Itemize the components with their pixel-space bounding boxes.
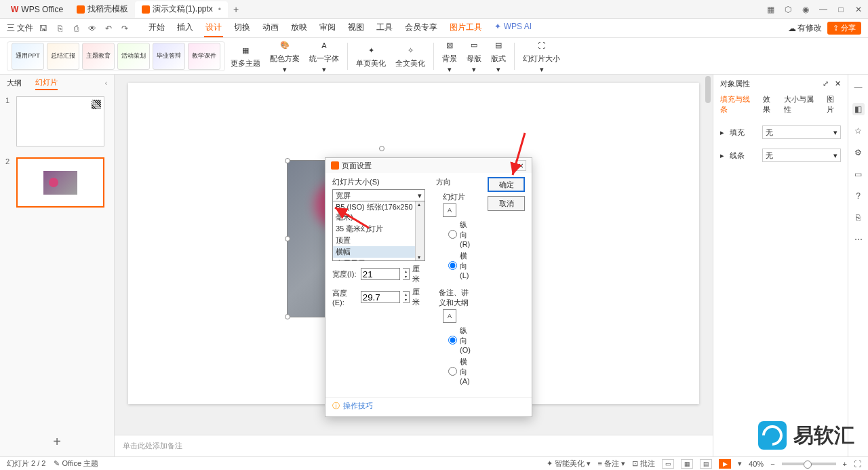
- listbox-scrollbar[interactable]: [415, 201, 425, 260]
- close-panel-icon[interactable]: ✕: [835, 79, 841, 87]
- zoom-out-icon[interactable]: −: [770, 460, 774, 468]
- portrait2-radio[interactable]: 纵向(O): [448, 326, 474, 354]
- width-spinner[interactable]: ▴▾: [403, 268, 410, 280]
- tab-template[interactable]: 找稻壳模板: [70, 1, 135, 18]
- template-general[interactable]: 通用PPT: [12, 43, 44, 70]
- export-icon[interactable]: ⎘: [54, 22, 66, 35]
- scrollbar-thumb[interactable]: [705, 76, 711, 103]
- add-tab-button[interactable]: +: [228, 4, 244, 15]
- print-icon[interactable]: ⎙: [70, 22, 82, 35]
- tab-design[interactable]: 设计: [204, 19, 223, 37]
- slide-size-listbox[interactable]: B5 (ISO) 纸张(176x250 毫米) 35 毫米幻灯片 顶置 横幅 全…: [332, 201, 425, 261]
- dock-star-icon[interactable]: ☆: [852, 125, 865, 137]
- window-maximize-icon[interactable]: □: [835, 4, 846, 15]
- cancel-button[interactable]: 取消: [488, 196, 525, 211]
- tab-slideshow[interactable]: 放映: [290, 19, 309, 37]
- ok-button[interactable]: 确定: [488, 177, 525, 192]
- background-button[interactable]: ▧背景 ▾: [438, 37, 461, 75]
- dock-presentation-icon[interactable]: ▭: [852, 168, 865, 180]
- expand-icon[interactable]: ▸: [720, 128, 724, 137]
- tab-animation[interactable]: 动画: [261, 19, 280, 37]
- template-summary[interactable]: 总结汇报: [47, 43, 79, 70]
- zoom-slider[interactable]: [782, 463, 836, 465]
- master-button[interactable]: ▭母版 ▾: [462, 37, 486, 75]
- fit-icon[interactable]: ⛶: [854, 460, 861, 468]
- modified-indicator[interactable]: ☁ 有修改: [788, 22, 822, 34]
- dock-link-icon[interactable]: ⚙: [852, 146, 865, 159]
- tab-start[interactable]: 开始: [147, 19, 166, 37]
- effects-tab[interactable]: 效果: [763, 93, 777, 116]
- share-button[interactable]: ⇪ 分享: [827, 22, 861, 35]
- collapse-icon[interactable]: ‹: [104, 79, 107, 87]
- size-props-tab[interactable]: 大小与属性: [784, 93, 820, 116]
- template-teaching[interactable]: 教学课件: [188, 43, 220, 70]
- color-scheme-button[interactable]: 🎨配色方案 ▾: [266, 37, 304, 75]
- slide-thumbnail-1[interactable]: 1: [0, 91, 114, 152]
- slide-thumbnail-2[interactable]: 2: [0, 152, 114, 213]
- doc-beautify-button[interactable]: ✧全文美化: [391, 42, 429, 70]
- landscape2-radio[interactable]: 横向(A): [448, 357, 474, 385]
- view-normal-icon[interactable]: ▭: [662, 459, 674, 469]
- list-item[interactable]: B5 (ISO) 纸张(176x250 毫米): [333, 201, 425, 223]
- picture-tab[interactable]: 图片: [827, 93, 841, 116]
- rotate-handle[interactable]: [379, 146, 384, 151]
- resize-handle-nw[interactable]: [285, 158, 290, 163]
- smart-beautify-button[interactable]: ✦ 智能美化 ▾: [547, 458, 591, 469]
- view-reading-icon[interactable]: ▤: [700, 459, 712, 469]
- line-select[interactable]: 无▾: [762, 149, 841, 162]
- tab-insert[interactable]: 插入: [176, 19, 195, 37]
- list-item[interactable]: 全屏显示(16:9): [333, 258, 425, 261]
- zoom-in-icon[interactable]: +: [843, 460, 847, 468]
- chevron-down-icon[interactable]: ▾: [738, 459, 742, 468]
- print-preview-icon[interactable]: 👁: [86, 22, 98, 35]
- tab-transition[interactable]: 切换: [233, 19, 252, 37]
- template-graduation[interactable]: 毕业答辩: [153, 43, 185, 70]
- vertical-scrollbar[interactable]: [705, 76, 711, 405]
- landscape-radio[interactable]: 横向(L): [448, 251, 474, 279]
- width-input[interactable]: [361, 268, 400, 280]
- globe-icon[interactable]: ◉: [800, 4, 811, 15]
- dock-more-icon[interactable]: ⋯: [852, 233, 865, 246]
- theme-indicator[interactable]: ✎ Office 主题: [54, 458, 98, 469]
- dock-properties-icon[interactable]: ◧: [852, 103, 865, 115]
- close-tab-icon[interactable]: •: [218, 5, 221, 14]
- view-slideshow-icon[interactable]: ▶: [719, 459, 731, 469]
- dialog-titlebar[interactable]: 页面设置 ✕: [326, 158, 532, 173]
- window-minimize-icon[interactable]: —: [818, 4, 829, 15]
- dock-bookmark-icon[interactable]: ⎘: [852, 212, 865, 224]
- app-tab[interactable]: W WPS Office: [4, 1, 70, 18]
- list-item-selected[interactable]: 横幅: [333, 246, 425, 258]
- undo-icon[interactable]: ↶: [102, 22, 115, 35]
- list-item[interactable]: 35 毫米幻灯片: [333, 223, 425, 235]
- notes-toggle[interactable]: ≡ 备注 ▾: [597, 458, 625, 469]
- height-input[interactable]: [361, 291, 400, 303]
- tab-member[interactable]: 会员专享: [403, 19, 439, 37]
- list-item[interactable]: 顶置: [333, 235, 425, 246]
- pin-icon[interactable]: ⤢: [823, 79, 829, 87]
- dock-minus-icon[interactable]: —: [852, 81, 865, 94]
- page-beautify-button[interactable]: ✦单页美化: [352, 42, 390, 70]
- tab-view[interactable]: 视图: [347, 19, 366, 37]
- tab-presentation[interactable]: 演示文稿(1).pptx •: [135, 1, 228, 18]
- tab-review[interactable]: 审阅: [318, 19, 337, 37]
- outline-tab[interactable]: 大纲: [7, 77, 22, 90]
- grid-icon[interactable]: ▦: [765, 4, 776, 15]
- file-menu[interactable]: 三 文件: [7, 22, 33, 34]
- slides-tab[interactable]: 幻灯片: [35, 76, 58, 90]
- portrait-radio[interactable]: 纵向(R): [448, 220, 474, 248]
- fill-select[interactable]: 无▾: [762, 125, 841, 139]
- dock-help-icon[interactable]: ?: [852, 190, 865, 202]
- tab-picture-tools[interactable]: 图片工具: [448, 19, 484, 37]
- layout-button[interactable]: ▤版式 ▾: [487, 37, 510, 75]
- add-slide-button[interactable]: +: [0, 427, 114, 456]
- more-themes-button[interactable]: ▦更多主题: [226, 42, 264, 70]
- template-theme[interactable]: 主题教育: [82, 43, 115, 70]
- page-indicator[interactable]: 幻灯片 2 / 2: [7, 458, 45, 469]
- resize-handle-w[interactable]: [285, 236, 290, 241]
- zoom-value[interactable]: 40%: [749, 460, 764, 468]
- comments-toggle[interactable]: ⊡ 批注: [632, 458, 655, 469]
- template-activity[interactable]: 活动策划: [117, 43, 150, 70]
- slide-size-button[interactable]: ⛶幻灯片大小 ▾: [519, 37, 564, 75]
- redo-icon[interactable]: ↷: [119, 22, 131, 35]
- view-sorter-icon[interactable]: ▦: [681, 459, 693, 469]
